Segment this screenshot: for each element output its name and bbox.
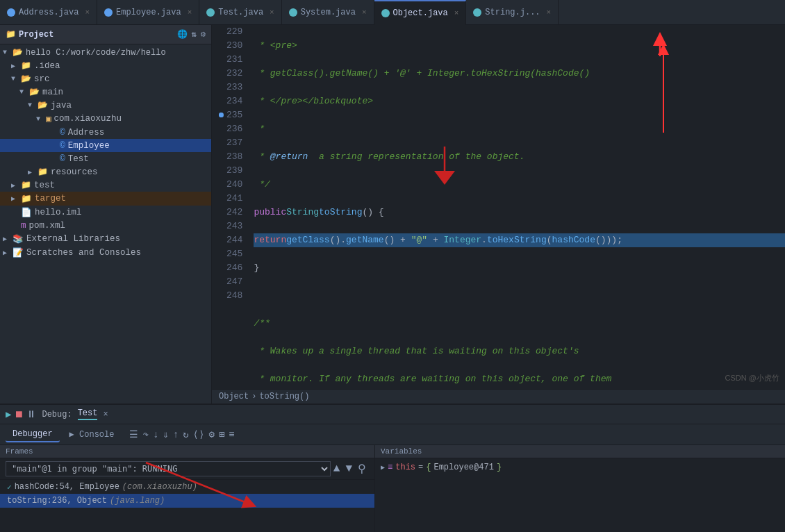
tab-label-address: Address.java [19, 8, 78, 17]
tab-test[interactable]: Test.java × [199, 0, 281, 25]
paren-open: () { [362, 206, 383, 219]
tab-employee[interactable]: Employee.java × [97, 0, 199, 25]
run-to-cursor-btn[interactable]: ↻ [183, 429, 188, 440]
method-tostring: toString [319, 206, 362, 219]
arrow-java: ▼ [28, 101, 36, 109]
variables-header: Variables [375, 445, 785, 458]
nav-down-btn[interactable]: ▼ [345, 463, 352, 475]
tab-string[interactable]: String.j... × [466, 0, 559, 25]
frames-header: Frames [0, 445, 374, 458]
var-val-this: { [426, 463, 431, 472]
frame-detail-hashcode: (com.xiaoxuzhu) [122, 482, 197, 492]
frames-dropdown: "main"@1 in group "main": RUNNING ▲ ▼ ⚲ [0, 458, 374, 480]
dot-int: . [481, 233, 487, 247]
pause-button[interactable]: ⏸ [26, 409, 36, 420]
frame-item-hashcode[interactable]: ✓ hashCode:54, Employee (com.xiaoxuzhu) [0, 480, 374, 494]
var-expand-arrow[interactable]: ▶ [381, 463, 385, 472]
code-lines[interactable]: * <pre> * getClass().getName() + '@' + I… [248, 25, 785, 389]
sidebar-icon-gear[interactable]: ⚙ [201, 29, 206, 40]
tree-label-external-libs: External Libraries [26, 234, 120, 244]
tree-item-main[interactable]: ▼ 📂 main [0, 85, 211, 99]
step-over-btn[interactable]: ↷ [142, 429, 148, 440]
tree-item-iml[interactable]: ▶ 📄 hello.iml [0, 206, 211, 219]
frame-check-icon: ✓ [7, 483, 12, 492]
breadcrumb-object[interactable]: Object [219, 392, 249, 401]
tree-label-scratches: Scratches and Consoles [26, 248, 141, 258]
tree-item-address[interactable]: ▶ © Address [0, 126, 211, 139]
close-tab-string[interactable]: × [547, 8, 552, 17]
code-line-238 [254, 289, 785, 303]
debug-tab-debugger[interactable]: Debugger [6, 427, 60, 442]
tab-system[interactable]: System.java × [282, 0, 374, 25]
folder-icon-resources: 📁 [38, 167, 48, 177]
close-tab-address[interactable]: × [85, 8, 90, 17]
lib-icon: 📚 [13, 233, 24, 244]
variables-label: Variables [381, 447, 422, 456]
method-hashcode: hashCode [552, 233, 595, 247]
tree-item-test-dir[interactable]: ▶ 📁 test [0, 178, 211, 192]
tree-label-pom: pom.xml [29, 221, 66, 231]
close-tab-system[interactable]: × [362, 8, 367, 17]
settings-btn[interactable]: ⚙ [208, 429, 214, 440]
resume-button[interactable]: ▶ [6, 408, 11, 420]
close-tab-object[interactable]: × [454, 9, 459, 17]
breadcrumb-method[interactable]: toString() [259, 392, 309, 401]
paren-hash: ( [547, 233, 552, 247]
iml-icon: 📄 [21, 207, 32, 218]
tree-label-resources: resources [51, 167, 98, 177]
sidebar-title: 📁 Project 🌐 ⇅ ⚙ [0, 25, 211, 44]
arrow-target: ▶ [11, 194, 19, 203]
evaluate-btn[interactable]: ⟨⟩ [193, 429, 205, 440]
frame-item-tostring[interactable]: toString:236, Object (java.lang) [0, 494, 374, 508]
arrow-package: ▼ [36, 115, 44, 123]
filter-btn[interactable]: ⚲ [358, 462, 366, 476]
more-btn[interactable]: ≡ [229, 429, 234, 440]
force-step-into-btn[interactable]: ⇓ [163, 429, 168, 440]
tree-item-employee[interactable]: ▶ © Employee [0, 139, 211, 152]
java-icon-address: © [60, 127, 65, 138]
tree-item-external-libs[interactable]: ▶ 📚 External Libraries [0, 232, 211, 246]
breadcrumb-separator: › [251, 392, 256, 401]
sidebar-icon-globe[interactable]: 🌐 [177, 29, 188, 40]
tree-item-java[interactable]: ▼ 📂 java [0, 99, 211, 112]
frame-label-hashcode: hashCode:54, Employee [15, 482, 119, 492]
line-content-234: */ [254, 178, 270, 192]
brace-close: } [254, 261, 259, 275]
tree-item-testfile[interactable]: ▶ © Test [0, 152, 211, 165]
close-tab-test[interactable]: × [270, 8, 274, 17]
close-debug-session[interactable]: × [103, 410, 108, 419]
layout-btn[interactable]: ⊞ [219, 429, 224, 440]
tab-label-object: Object.java [393, 8, 448, 18]
sidebar-icon-sync[interactable]: ⇅ [192, 29, 197, 40]
method-tohex: toHexString [487, 233, 547, 247]
stop-button[interactable]: ⏹ [14, 409, 24, 420]
tabs-bar: Address.java × Employee.java × Test.java… [0, 0, 785, 25]
step-out-btn[interactable]: ↑ [173, 429, 179, 440]
tree-item-package[interactable]: ▼ ▣ com.xiaoxuzhu [0, 112, 211, 126]
debug-tab-console[interactable]: ▶ Console [63, 427, 122, 442]
tree-item-src[interactable]: ▼ 📂 src [0, 72, 211, 85]
tree-item-pom[interactable]: ▶ m pom.xml [0, 219, 211, 232]
file-tree: ▼ 📂 hello C:/work/code/zhw/hello ▶ 📁 .id… [0, 44, 211, 261]
tree-item-target[interactable]: ▶ 📁 target [0, 192, 211, 206]
frames-btn[interactable]: ☰ [129, 429, 138, 440]
tree-item-scratches[interactable]: ▶ 📝 Scratches and Consoles [0, 246, 211, 260]
tab-icon-address [7, 8, 15, 17]
tab-icon-employee [104, 8, 113, 17]
close-tab-employee[interactable]: × [188, 8, 192, 17]
code-line-233: * @return a string representation of the… [254, 150, 785, 164]
tree-item-idea[interactable]: ▶ 📁 .idea [0, 59, 211, 72]
nav-up-btn[interactable]: ▲ [333, 463, 340, 475]
sidebar: 📁 Project 🌐 ⇅ ⚙ ▼ 📂 hello C:/work/code/z… [0, 25, 212, 404]
step-into-btn[interactable]: ↓ [153, 429, 158, 440]
tree-item-hello[interactable]: ▼ 📂 hello C:/work/code/zhw/hello [0, 46, 211, 59]
frame-list: ✓ hashCode:54, Employee (com.xiaoxuzhu) … [0, 480, 374, 532]
tree-item-resources[interactable]: ▶ 📁 resources [0, 165, 211, 178]
frames-label: Frames [6, 447, 33, 456]
tree-label-package: com.xiaoxuzhu [54, 114, 122, 124]
tab-address[interactable]: Address.java × [0, 0, 97, 25]
code-container[interactable]: 229 230 231 232 233 234 ⏺ 235 236 237 23… [212, 25, 785, 389]
tab-object[interactable]: Object.java × [374, 0, 467, 25]
arrow-scratches: ▶ [3, 249, 11, 257]
thread-selector[interactable]: "main"@1 in group "main": RUNNING [6, 461, 331, 476]
